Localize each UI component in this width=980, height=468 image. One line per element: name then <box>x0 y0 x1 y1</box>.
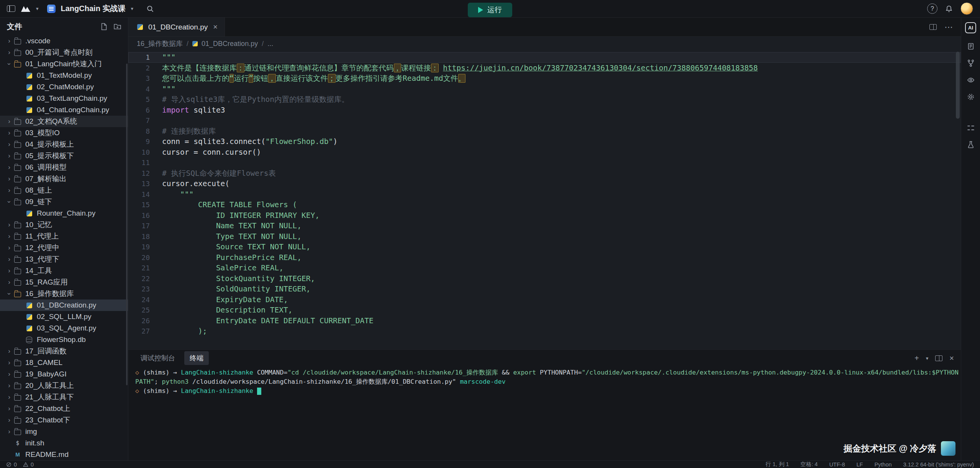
tree-folder-07_解析输出[interactable]: ›07_解析输出 <box>0 173 128 185</box>
code-line-26[interactable]: 26 EntryDate DATE DEFAULT CURRENT_DATE <box>128 316 961 326</box>
code-line-8[interactable]: 8# 连接到数据库 <box>128 126 961 137</box>
code-line-2[interactable]: 2本文件是【连接数据库：通过链和代理查询鲜花信息】章节的配套代码，课程链接： h… <box>128 63 961 74</box>
tree-folder-16_操作数据库[interactable]: ›16_操作数据库 <box>0 288 128 299</box>
logo-caret-icon[interactable]: ▾ <box>36 6 39 11</box>
tree-file-02_ChatModel.py[interactable]: 02_ChatModel.py <box>0 81 128 93</box>
tree-folder-.vscode[interactable]: ›.vscode <box>0 35 128 47</box>
tree-file-01_TextModel.py[interactable]: 01_TextModel.py <box>0 70 128 81</box>
code-line-17[interactable]: 17 Name TEXT NOT NULL, <box>128 221 961 231</box>
code-line-7[interactable]: 7 <box>128 115 961 126</box>
code-line-25[interactable]: 25 Description TEXT, <box>128 305 961 316</box>
code-line-12[interactable]: 12# 执行SQL命令来创建Flowers表 <box>128 168 961 179</box>
tree-file-README.md[interactable]: MREADME.md <box>0 449 128 460</box>
code-line-11[interactable]: 11 <box>128 157 961 168</box>
tree-folder-13_代理下[interactable]: ›13_代理下 <box>0 254 128 265</box>
breadcrumb-folder[interactable]: 16_操作数据库 <box>137 39 183 48</box>
extensions-grid-icon[interactable] <box>967 124 974 131</box>
status-item-6[interactable]: 3.12.2 64-bit ('shims': pyenv) <box>903 461 974 468</box>
tree-folder-01_LangChain快速入门[interactable]: ›01_LangChain快速入门 <box>0 58 128 70</box>
tree-folder-21_人脉工具下[interactable]: ›21_人脉工具下 <box>0 391 128 403</box>
tree-folder-03_模型IO[interactable]: ›03_模型IO <box>0 127 128 139</box>
tree-folder-08_链上[interactable]: ›08_链上 <box>0 185 128 196</box>
status-item-1[interactable]: 行 1, 列 1 <box>765 461 789 468</box>
tree-file-03_TextLangChain.py[interactable]: 03_TextLangChain.py <box>0 93 128 104</box>
code-line-5[interactable]: 5# 导入sqlite3库，它是Python内置的轻量级数据库。 <box>128 94 961 105</box>
code-line-13[interactable]: 13cursor.execute( <box>128 178 961 189</box>
code-line-18[interactable]: 18 Type TEXT NOT NULL, <box>128 231 961 242</box>
tree-file-Rounter_Chain.py[interactable]: Rounter_Chain.py <box>0 208 128 219</box>
marscode-logo-icon[interactable] <box>21 5 31 12</box>
project-caret-icon[interactable]: ▾ <box>131 6 133 11</box>
sidebar-scrollbar[interactable] <box>126 64 128 385</box>
tree-folder-06_调用模型[interactable]: ›06_调用模型 <box>0 162 128 173</box>
code-line-4[interactable]: 4""" <box>128 84 961 95</box>
search-icon[interactable] <box>146 5 154 13</box>
code-line-22[interactable]: 22 StockQuantity INTEGER, <box>128 273 961 284</box>
tree-folder-14_工具[interactable]: ›14_工具 <box>0 265 128 277</box>
code-line-19[interactable]: 19 Source TEXT NOT NULL, <box>128 242 961 252</box>
tree-folder-10_记忆[interactable]: ›10_记忆 <box>0 219 128 231</box>
code-line-10[interactable]: 10cursor = conn.cursor() <box>128 147 961 158</box>
code-line-21[interactable]: 21 SalePrice REAL, <box>128 263 961 273</box>
status-item-2[interactable]: 空格: 4 <box>800 461 818 468</box>
tree-folder-19_BabyAGI[interactable]: ›19_BabyAGI <box>0 368 128 380</box>
close-panel-icon[interactable]: × <box>949 354 954 363</box>
ai-assistant-icon[interactable]: AI <box>965 22 976 33</box>
tree-folder-12_代理中[interactable]: ›12_代理中 <box>0 242 128 254</box>
tree-file-01_DBCreation.py[interactable]: 01_DBCreation.py <box>0 299 128 311</box>
git-branch-icon[interactable] <box>967 59 975 67</box>
tree-folder-17_回调函数[interactable]: ›17_回调函数 <box>0 345 128 357</box>
code-line-1[interactable]: 1""" <box>128 52 961 63</box>
user-avatar[interactable] <box>960 2 973 15</box>
status-item-3[interactable]: UTF-8 <box>829 461 845 468</box>
tree-file-02_SQL_LLM.py[interactable]: 02_SQL_LLM.py <box>0 311 128 322</box>
problems-indicator[interactable]: 0 0 <box>6 461 34 468</box>
code-line-15[interactable]: 15 CREATE TABLE Flowers ( <box>128 200 961 210</box>
split-terminal-icon[interactable] <box>935 355 942 361</box>
settings-gear-icon[interactable] <box>967 93 975 101</box>
new-file-icon[interactable] <box>100 23 108 30</box>
breadcrumb-file[interactable]: 01_DBCreation.py <box>202 40 258 48</box>
code-line-3[interactable]: 3您可以点击最上方的“运行”按钮，直接运行该文件；更多操作指引请参考Readme… <box>128 73 961 84</box>
new-folder-icon[interactable] <box>114 23 121 30</box>
code-line-6[interactable]: 6import sqlite3 <box>128 105 961 116</box>
code-line-14[interactable]: 14 """ <box>128 189 961 200</box>
tree-folder-15_RAG应用[interactable]: ›15_RAG应用 <box>0 277 128 288</box>
status-item-4[interactable]: LF <box>856 461 863 468</box>
tab-terminal[interactable]: 终端 <box>184 351 209 365</box>
terminal[interactable]: ◇ (shims) → LangChain-shizhanke COMMAND=… <box>128 367 961 460</box>
help-icon[interactable]: ? <box>927 3 937 14</box>
code-line-16[interactable]: 16 ID INTEGER PRIMARY KEY, <box>128 210 961 221</box>
tree-file-FlowerShop.db[interactable]: FlowerShop.db <box>0 334 128 345</box>
tree-folder-09_链下[interactable]: ›09_链下 <box>0 196 128 208</box>
tree-folder-18_CAMEL[interactable]: ›18_CAMEL <box>0 357 128 368</box>
code-line-24[interactable]: 24 ExpiryDate DATE, <box>128 295 961 305</box>
tree-file-init.sh[interactable]: $init.sh <box>0 437 128 449</box>
terminal-dropdown-icon[interactable]: ▾ <box>926 355 929 361</box>
code-line-20[interactable]: 20 PurchasePrice REAL, <box>128 252 961 263</box>
docs-icon[interactable] <box>967 43 975 50</box>
code-editor[interactable]: 1"""2本文件是【连接数据库：通过链和代理查询鲜花信息】章节的配套代码，课程链… <box>128 51 961 349</box>
tab-debug-console[interactable]: 调试控制台 <box>135 351 180 365</box>
code-line-27[interactable]: 27 ); <box>128 326 961 337</box>
tree-folder-23_Chatbot下[interactable]: ›23_Chatbot下 <box>0 414 128 426</box>
code-line-9[interactable]: 9conn = sqlite3.connect("FlowerShop.db") <box>128 136 961 147</box>
tree-folder-04_提示模板上[interactable]: ›04_提示模板上 <box>0 139 128 150</box>
tree-file-03_SQL_Agent.py[interactable]: 03_SQL_Agent.py <box>0 322 128 334</box>
new-terminal-icon[interactable]: + <box>914 354 919 363</box>
test-flask-icon[interactable] <box>967 141 975 148</box>
tree-folder-05_提示模板下[interactable]: ›05_提示模板下 <box>0 150 128 162</box>
project-name[interactable]: LangChain 实战课 <box>61 3 126 14</box>
run-button[interactable]: 运行 <box>468 3 512 17</box>
toggle-sidebar-icon[interactable] <box>7 5 15 12</box>
split-editor-icon[interactable] <box>929 24 937 30</box>
tree-folder-00_开篇词_奇点时刻[interactable]: ›00_开篇词_奇点时刻 <box>0 47 128 58</box>
preview-eye-icon[interactable] <box>967 76 975 84</box>
tree-folder-22_Chatbot上[interactable]: ›22_Chatbot上 <box>0 403 128 414</box>
tree-file-04_ChatLongChain.py[interactable]: 04_ChatLongChain.py <box>0 104 128 116</box>
tree-folder-02_文档QA系统[interactable]: ›02_文档QA系统 <box>0 116 128 127</box>
tab-01-dbcreation[interactable]: 01_DBCreation.py × <box>128 18 225 36</box>
tree-folder-img[interactable]: ›img <box>0 426 128 437</box>
tab-close-icon[interactable]: × <box>213 23 218 31</box>
breadcrumb-symbol[interactable]: ... <box>267 40 273 48</box>
